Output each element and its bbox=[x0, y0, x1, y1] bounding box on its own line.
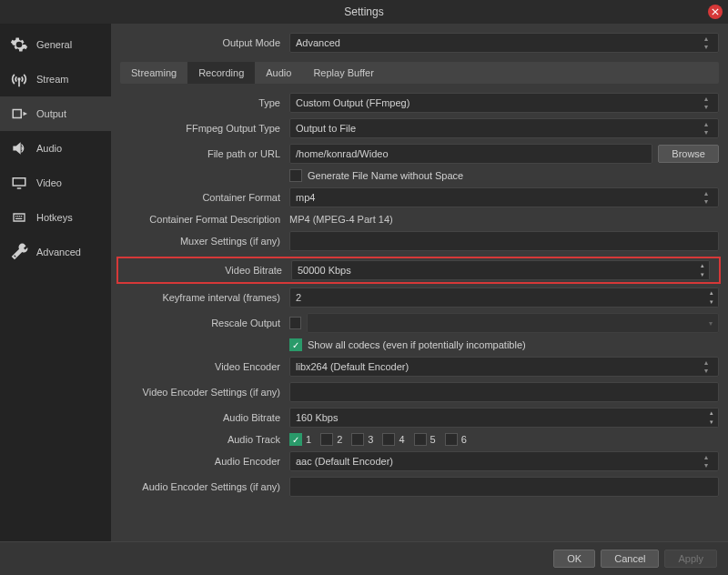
track-5-checkbox[interactable] bbox=[414, 433, 427, 446]
show-codecs-label: Show all codecs (even if potentially inc… bbox=[308, 339, 526, 350]
audio-icon bbox=[9, 139, 29, 157]
video-bitrate-spinner[interactable]: ▴▾ bbox=[695, 260, 710, 280]
tab-audio[interactable]: Audio bbox=[255, 62, 302, 84]
track-2-checkbox[interactable] bbox=[320, 433, 333, 446]
rescale-label: Rescale Output bbox=[120, 318, 289, 328]
tab-replay-buffer[interactable]: Replay Buffer bbox=[302, 62, 384, 84]
file-path-input[interactable] bbox=[289, 144, 652, 164]
sidebar-item-audio[interactable]: Audio bbox=[0, 131, 111, 166]
sidebar-item-label: Video bbox=[36, 177, 62, 188]
keyframe-spinner[interactable]: ▴▾ bbox=[704, 288, 719, 308]
tab-recording[interactable]: Recording bbox=[187, 62, 255, 84]
audio-enc-settings-input[interactable] bbox=[289, 477, 719, 497]
container-desc-value: MP4 (MPEG-4 Part 14) bbox=[289, 213, 393, 226]
track-1-checkbox[interactable] bbox=[289, 433, 302, 446]
chevron-down-icon[interactable]: ▾ bbox=[695, 270, 709, 279]
video-encoder-select[interactable]: libx264 (Default Encoder)▴▾ bbox=[289, 357, 719, 377]
audio-encoder-label: Audio Encoder bbox=[120, 456, 289, 467]
apply-button[interactable]: Apply bbox=[664, 550, 717, 568]
sidebar-item-label: General bbox=[36, 39, 72, 50]
audio-enc-settings-label: Audio Encoder Settings (if any) bbox=[120, 481, 289, 492]
type-label: Type bbox=[120, 97, 289, 108]
sidebar-item-label: Output bbox=[36, 108, 66, 119]
sidebar-item-hotkeys[interactable]: Hotkeys bbox=[0, 200, 111, 235]
track-4-checkbox[interactable] bbox=[382, 433, 395, 446]
chevron-up-icon[interactable]: ▴ bbox=[700, 35, 713, 43]
container-desc-label: Container Format Description bbox=[120, 214, 289, 225]
close-button[interactable] bbox=[708, 5, 723, 19]
sidebar: General Stream Output Audio Video Hotkey… bbox=[0, 24, 111, 541]
gen-filename-label: Generate File Name without Space bbox=[308, 170, 463, 181]
sidebar-item-output[interactable]: Output bbox=[0, 96, 111, 131]
audio-bitrate-spinner[interactable]: ▴▾ bbox=[704, 408, 719, 428]
tools-icon bbox=[9, 243, 29, 261]
gear-icon bbox=[9, 35, 29, 54]
sidebar-item-label: Advanced bbox=[36, 247, 81, 257]
sidebar-item-label: Audio bbox=[36, 143, 62, 154]
chevron-down-icon[interactable]: ▾ bbox=[700, 43, 713, 51]
cancel-button[interactable]: Cancel bbox=[601, 550, 659, 568]
sidebar-item-general[interactable]: General bbox=[0, 27, 111, 62]
keyboard-icon bbox=[9, 208, 29, 227]
video-bitrate-row: Video Bitrate ▴▾ bbox=[116, 257, 721, 284]
audio-bitrate-input[interactable] bbox=[289, 408, 704, 428]
ffmpeg-type-select[interactable]: Output to File▴▾ bbox=[289, 118, 719, 138]
chevron-up-icon[interactable]: ▴ bbox=[695, 261, 709, 270]
container-format-select[interactable]: mp4▴▾ bbox=[289, 187, 719, 207]
sidebar-item-video[interactable]: Video bbox=[0, 166, 111, 200]
ffmpeg-type-label: FFmpeg Output Type bbox=[120, 123, 289, 134]
type-select[interactable]: Custom Output (FFmpeg)▴▾ bbox=[289, 93, 719, 113]
window-title: Settings bbox=[344, 5, 383, 18]
video-bitrate-label: Video Bitrate bbox=[127, 265, 291, 276]
tab-streaming[interactable]: Streaming bbox=[120, 62, 187, 84]
rescale-select[interactable]: ▾ bbox=[307, 313, 719, 333]
audio-bitrate-label: Audio Bitrate bbox=[120, 412, 289, 423]
container-format-label: Container Format bbox=[120, 192, 289, 203]
keyframe-label: Keyframe interval (frames) bbox=[120, 292, 289, 303]
gen-filename-checkbox[interactable] bbox=[289, 169, 302, 182]
video-bitrate-input[interactable] bbox=[291, 260, 695, 280]
file-path-label: File path or URL bbox=[120, 148, 289, 159]
tabs: Streaming Recording Audio Replay Buffer bbox=[120, 62, 719, 84]
output-mode-select[interactable]: Advanced ▴▾ bbox=[289, 33, 719, 53]
rescale-checkbox[interactable] bbox=[289, 317, 301, 329]
output-mode-row: Output Mode Advanced ▴▾ bbox=[111, 24, 728, 58]
titlebar: Settings bbox=[0, 0, 728, 24]
show-codecs-checkbox[interactable] bbox=[289, 338, 302, 351]
sidebar-item-label: Hotkeys bbox=[36, 212, 73, 223]
keyframe-input[interactable] bbox=[289, 288, 704, 308]
video-encoder-label: Video Encoder bbox=[120, 361, 289, 372]
browse-button[interactable]: Browse bbox=[658, 145, 719, 163]
content-panel: Output Mode Advanced ▴▾ Streaming Record… bbox=[111, 24, 728, 541]
video-enc-settings-label: Video Encoder Settings (if any) bbox=[120, 387, 289, 398]
output-mode-label: Output Mode bbox=[120, 37, 289, 48]
video-enc-settings-input[interactable] bbox=[289, 382, 719, 402]
sidebar-item-advanced[interactable]: Advanced bbox=[0, 235, 111, 269]
muxer-label: Muxer Settings (if any) bbox=[120, 236, 289, 247]
audio-encoder-select[interactable]: aac (Default Encoder)▴▾ bbox=[289, 451, 719, 471]
track-6-checkbox[interactable] bbox=[445, 433, 458, 446]
sidebar-item-stream[interactable]: Stream bbox=[0, 62, 111, 96]
output-icon bbox=[9, 105, 29, 123]
antenna-icon bbox=[9, 70, 29, 88]
ok-button[interactable]: OK bbox=[553, 550, 595, 568]
sidebar-item-label: Stream bbox=[36, 74, 68, 85]
muxer-input[interactable] bbox=[289, 231, 719, 251]
track-3-checkbox[interactable] bbox=[351, 433, 364, 446]
monitor-icon bbox=[9, 174, 29, 192]
close-icon bbox=[712, 8, 719, 15]
audio-track-label: Audio Track bbox=[120, 434, 289, 445]
footer: OK Cancel Apply bbox=[0, 541, 728, 575]
